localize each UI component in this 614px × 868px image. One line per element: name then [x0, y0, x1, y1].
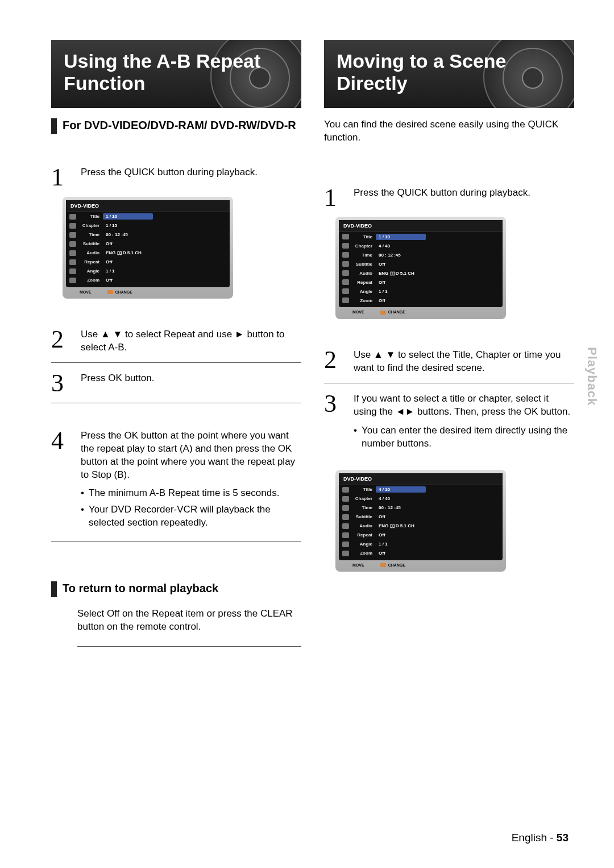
step-bullets: The minimum A-B Repeat time is 5 seconds…: [81, 487, 301, 530]
heading-bar-icon: [51, 118, 57, 134]
step-number: 1: [51, 166, 72, 189]
osd-header: DVD-VIDEO: [339, 220, 503, 232]
side-tab: Playback: [584, 347, 599, 406]
osd-screenshot-right-1: DVD-VIDEO Title1 / 10 Chapter4 / 40 Time…: [335, 217, 574, 319]
step-number: 2: [324, 349, 345, 375]
hero-left: Using the A-B Repeat Function: [51, 40, 301, 108]
step-number: 3: [51, 372, 72, 395]
step-1: 1 Press the QUICK button during playback…: [51, 157, 301, 189]
step-number: 4: [51, 429, 72, 534]
footer-page-number: 53: [557, 832, 569, 844]
step-number: 2: [51, 328, 72, 354]
osd-footer: MOVE CHANGE: [339, 560, 503, 569]
osd-footer: MOVE CHANGE: [66, 287, 230, 296]
step-number: 1: [324, 187, 345, 209]
left-column: Using the A-B Repeat Function For DVD-VI…: [51, 40, 301, 656]
osd-screenshot-right-2: DVD-VIDEO Title4 / 10 Chapter4 / 40 Time…: [335, 470, 574, 572]
osd-header: DVD-VIDEO: [66, 200, 230, 212]
manual-page: Using the A-B Repeat Function For DVD-VI…: [0, 0, 614, 868]
intro-text: You can find the desired scene easily us…: [324, 118, 574, 144]
page-footer: English - 53: [512, 832, 569, 844]
move-chip-icon: [345, 563, 350, 567]
osd-header: DVD-VIDEO: [339, 473, 503, 485]
step-body: Press the OK button at the point where y…: [81, 429, 301, 534]
move-chip-icon: [345, 311, 350, 315]
step-number: 3: [324, 392, 345, 454]
step-text: If you want to select a title or chapter…: [354, 393, 570, 417]
hero-right: Moving to a Scene Directly: [324, 40, 574, 108]
step-text: Press OK button.: [81, 372, 301, 395]
step-2: 2 Use ▲ ▼ to select the Title, Chapter o…: [324, 340, 574, 383]
return-heading: To return to normal playback: [51, 581, 301, 597]
step-3: 3 If you want to select a title or chapt…: [324, 383, 574, 462]
move-chip-icon: [72, 290, 77, 294]
return-heading-text: To return to normal playback: [63, 581, 218, 596]
return-body: Select Off on the Repeat item or press t…: [77, 607, 301, 647]
step-text: Press the OK button at the point where y…: [81, 430, 295, 480]
step-text: Use ▲ ▼ to select the Title, Chapter or …: [354, 349, 574, 375]
step-text: Use ▲ ▼ to select Repeat and use ► butto…: [81, 328, 301, 354]
step-body: If you want to select a title or chapter…: [354, 392, 574, 454]
osd-screenshot-left: DVD-VIDEO Title1 / 10 Chapter1 / 15 Time…: [63, 197, 301, 299]
hero-title: Using the A-B Repeat Function: [64, 50, 289, 94]
footer-language: English -: [512, 832, 557, 844]
osd-footer: MOVE CHANGE: [339, 307, 503, 316]
step-1: 1 Press the QUICK button during playback…: [324, 177, 574, 209]
bullet: You can enter the desired item directly …: [354, 424, 574, 450]
step-text: Press the QUICK button during playback.: [354, 187, 574, 209]
change-chip-icon: [380, 311, 386, 315]
return-section: To return to normal playback Select Off …: [51, 581, 301, 647]
sub-heading: For DVD-VIDEO/DVD-RAM/ DVD-RW/DVD-R: [51, 118, 301, 134]
heading-bar-icon: [51, 581, 57, 597]
hero-title: Moving to a Scene Directly: [337, 50, 562, 94]
step-2: 2 Use ▲ ▼ to select Repeat and use ► but…: [51, 319, 301, 363]
bullet: The minimum A-B Repeat time is 5 seconds…: [81, 487, 301, 500]
change-chip-icon: [107, 290, 113, 294]
step-bullets: You can enter the desired item directly …: [354, 424, 574, 450]
right-column: Moving to a Scene Directly You can find …: [324, 40, 574, 656]
sub-heading-text: For DVD-VIDEO/DVD-RAM/ DVD-RW/DVD-R: [63, 118, 296, 133]
step-4: 4 Press the OK button at the point where…: [51, 420, 301, 542]
step-3: 3 Press OK button.: [51, 363, 301, 403]
columns: Using the A-B Repeat Function For DVD-VI…: [51, 40, 574, 656]
change-chip-icon: [380, 563, 386, 567]
step-text: Press the QUICK button during playback.: [81, 166, 301, 189]
bullet: Your DVD Recorder-VCR will playback the …: [81, 503, 301, 530]
